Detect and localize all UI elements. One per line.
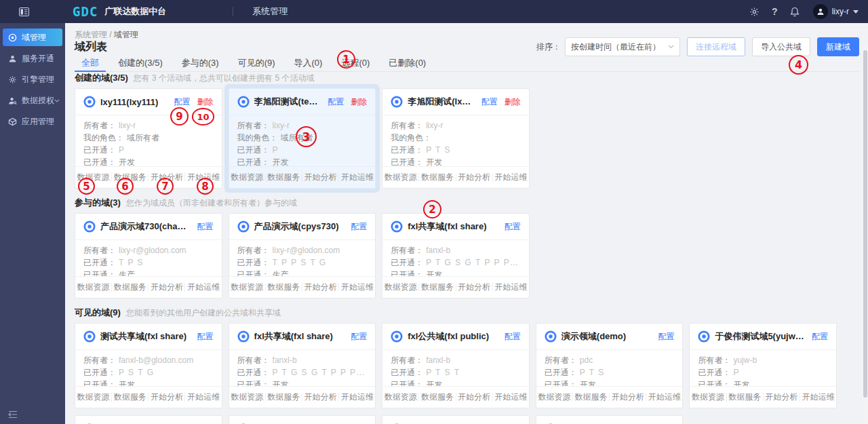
domain-icon (391, 330, 403, 343)
data-service-link[interactable]: 数据服务 (419, 173, 456, 182)
start-analysis-link[interactable]: 开始分析 (456, 173, 493, 182)
delete-link[interactable]: 删除 (351, 96, 367, 108)
configure-link[interactable]: 配置 (481, 96, 498, 108)
configure-link[interactable]: 配置 (351, 331, 367, 343)
start-analysis-link[interactable]: 开始分析 (149, 283, 185, 292)
data-resource-link[interactable]: 数据资源 (536, 393, 573, 402)
domain-name: fxl共享域(fxl share) (408, 220, 486, 233)
configure-link[interactable]: 配置 (351, 221, 367, 233)
configure-link[interactable]: 配置 (812, 331, 828, 343)
chevron-down-icon[interactable] (853, 10, 859, 14)
sidebar-item-engine-mgmt[interactable]: 引擎管理 (3, 71, 62, 88)
domain-name: 演示领域(demo) (561, 330, 626, 343)
tab-joined[interactable]: 参与的(3) (175, 57, 226, 71)
domain-card-partial: 配置 (382, 415, 530, 424)
start-ops-link[interactable]: 开始运维 (339, 173, 375, 182)
start-ops-link[interactable]: 开始运维 (493, 393, 529, 402)
data-resource-link[interactable]: 数据资源 (229, 393, 266, 402)
card-grid: lxy111(lxy111) 配置 删除 所有者：lixy-r 我的角色：域所有… (75, 88, 837, 189)
configure-link[interactable]: 配置 (328, 96, 344, 108)
cube-icon (8, 117, 17, 126)
domain-card: 测试共享域(fxl share) 配置 所有者：fanxl-b@glodon.c… (75, 323, 222, 408)
annotation-circle-6: 6 (117, 178, 134, 195)
sidebar-item-data-auth[interactable]: 数据授权 (3, 92, 62, 109)
data-resource-link[interactable]: 数据资源 (75, 393, 112, 402)
start-ops-link[interactable]: 开始运维 (493, 283, 529, 292)
section-title: 可见的域(9) (75, 307, 121, 319)
start-analysis-link[interactable]: 开始分析 (456, 393, 493, 402)
scrollbar-thumb[interactable] (863, 50, 867, 398)
tab-created[interactable]: 创建的(3/5) (111, 57, 170, 71)
help-icon[interactable]: ? (772, 6, 778, 17)
start-analysis-link[interactable]: 开始分析 (302, 173, 339, 182)
start-analysis-link[interactable]: 开始分析 (764, 393, 800, 402)
start-analysis-link[interactable]: 开始分析 (610, 393, 646, 402)
start-ops-link[interactable]: 开始运维 (800, 393, 836, 402)
data-resource-link[interactable]: 数据资源 (690, 393, 726, 402)
data-resource-link[interactable]: 数据资源 (382, 283, 419, 292)
data-service-link[interactable]: 数据服务 (112, 283, 149, 292)
sort-select[interactable]: 按创建时间（最近在前） (565, 37, 680, 56)
configure-link[interactable]: 配置 (174, 96, 191, 108)
data-resource-link[interactable]: 数据资源 (382, 393, 419, 402)
configure-link[interactable]: 配置 (197, 221, 214, 233)
sidebar-item-service-open[interactable]: 服务开通 (3, 50, 62, 67)
sort-select-value: 按创建时间（最近在前） (571, 41, 660, 53)
domain-card: 产品演示域(cpys730) 配置 所有者：lixy-r@glodon.com … (229, 213, 376, 298)
data-resource-link[interactable]: 数据资源 (75, 283, 112, 292)
app-grid-icon[interactable] (19, 7, 29, 16)
start-ops-link[interactable]: 开始运维 (339, 283, 375, 292)
start-analysis-link[interactable]: 开始分析 (302, 283, 339, 292)
data-service-link[interactable]: 数据服务 (266, 283, 302, 292)
data-service-link[interactable]: 数据服务 (419, 393, 456, 402)
username[interactable]: lixy-r (832, 7, 849, 16)
domain-icon (83, 96, 96, 108)
start-ops-link[interactable]: 开始运维 (185, 393, 221, 402)
create-domain-button[interactable]: 新建域 (817, 37, 859, 56)
configure-link[interactable]: 配置 (658, 331, 674, 343)
start-ops-link[interactable]: 开始运维 (185, 283, 221, 292)
data-service-link[interactable]: 数据服务 (727, 393, 764, 402)
section-created-domains: 创建的域(3/5) 您有 3 个活动域，总共可以创建并拥有 5 个活动域 lxy… (75, 72, 837, 189)
breadcrumb-separator: / (109, 30, 114, 39)
data-service-link[interactable]: 数据服务 (419, 283, 456, 292)
tab-all[interactable]: 全部 (75, 57, 106, 71)
settings-icon[interactable] (749, 7, 760, 17)
avatar[interactable] (813, 4, 828, 19)
tab-imported[interactable]: 导入(0) (288, 57, 330, 71)
data-resource-link[interactable]: 数据资源 (229, 283, 266, 292)
domain-card: fxl公共域(fxl public) 配置 所有者：fanxl-b 已开通：P … (382, 323, 530, 408)
delete-link[interactable]: 删除 (505, 96, 521, 108)
breadcrumb-root[interactable]: 系统管理 (75, 30, 107, 39)
start-analysis-link[interactable]: 开始分析 (149, 393, 185, 402)
sidebar-item-domain-mgmt[interactable]: 域管理 (3, 28, 62, 46)
delete-link[interactable]: 删除 (197, 96, 214, 108)
data-resource-link[interactable]: 数据资源 (382, 173, 419, 182)
import-public-domain-button[interactable]: 导入公共域 (752, 37, 810, 56)
bell-icon[interactable] (790, 7, 800, 17)
configure-link[interactable]: 配置 (197, 331, 214, 343)
data-resource-link[interactable]: 数据资源 (229, 173, 266, 182)
tab-visible[interactable]: 可见的(9) (231, 57, 282, 71)
annotation-circle-1: 1 (337, 50, 355, 69)
data-service-link[interactable]: 数据服务 (112, 393, 149, 402)
domain-card: 演示领域(demo) 配置 所有者：pdc 已开通：P T S 已开通：开发 数… (536, 323, 684, 408)
tab-deleted[interactable]: 已删除(0) (382, 57, 433, 71)
sidebar-collapse-icon[interactable] (8, 410, 18, 419)
start-ops-link[interactable]: 开始运维 (493, 173, 529, 182)
topbar-module[interactable]: 系统管理 (252, 5, 288, 18)
start-ops-link[interactable]: 开始运维 (646, 393, 682, 402)
domain-icon (698, 330, 710, 343)
start-analysis-link[interactable]: 开始分析 (302, 393, 339, 402)
start-analysis-link[interactable]: 开始分析 (456, 283, 493, 292)
start-ops-link[interactable]: 开始运维 (339, 393, 375, 402)
data-service-link[interactable]: 数据服务 (266, 393, 302, 402)
annotation-circle-3: 3 (296, 126, 317, 147)
data-service-link[interactable]: 数据服务 (573, 393, 610, 402)
configure-link[interactable]: 配置 (505, 221, 521, 233)
data-service-link[interactable]: 数据服务 (266, 173, 302, 182)
configure-link[interactable]: 配置 (505, 331, 521, 343)
connect-remote-domain-button[interactable]: 连接远程域 (687, 37, 745, 56)
scrollbar-track (863, 46, 868, 424)
sidebar-item-app-mgmt[interactable]: 应用管理 (3, 113, 62, 130)
